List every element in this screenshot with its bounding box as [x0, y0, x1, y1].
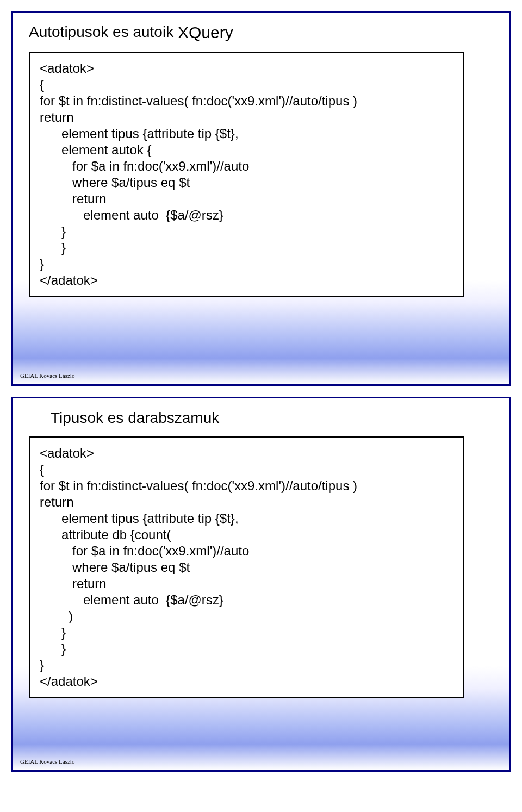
slide-subtitle: Tipusok es darabszamuk: [51, 409, 493, 427]
slide-title-row: Autotipusok es autoik XQuery: [29, 23, 493, 42]
slide-footer: GEIAL Kovács László: [20, 372, 74, 379]
slide-2: Tipusok es darabszamuk <adatok> { for $t…: [11, 397, 511, 772]
xquery-label: XQuery: [178, 23, 233, 41]
slide-subtitle: Autotipusok es autoik: [29, 23, 173, 40]
slide-1: Autotipusok es autoik XQuery <adatok> { …: [11, 11, 511, 386]
code-block-1: <adatok> { for $t in fn:distinct-values(…: [29, 52, 464, 297]
page: Autotipusok es autoik XQuery <adatok> { …: [0, 11, 522, 812]
code-block-2: <adatok> { for $t in fn:distinct-values(…: [29, 436, 464, 698]
slide-footer: GEIAL Kovács László: [20, 758, 74, 765]
